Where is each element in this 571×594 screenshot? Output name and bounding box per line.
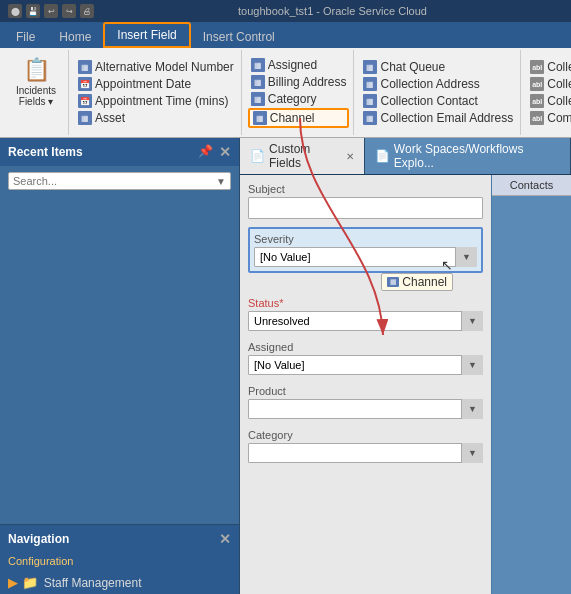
app-icon: ⬤ [8,4,22,18]
contacts-panel: Contacts [491,175,571,594]
field-assigned[interactable]: ▦ Assigned [248,57,350,73]
custom-fields-tab-icon: 📄 [250,149,265,163]
cal-icon: 📅 [78,77,92,91]
drop-indicator-icon: ▦ [387,277,399,287]
abl-icon-3: abl [530,94,544,108]
status-select-wrapper: Unresolved ▼ [248,311,483,331]
nav-item-staff[interactable]: ▶ 📁 Staff Management [0,571,239,594]
field-collection-1[interactable]: abl Collection [527,59,571,75]
field-appt-time[interactable]: 📅 Appointment Time (mins) [75,93,237,109]
field-asset[interactable]: ▦ Asset [75,110,237,126]
field-collection-email[interactable]: ▦ Collection Email Address [360,110,516,126]
print-icon[interactable]: 🖨 [80,4,94,18]
cal-icon-2: 📅 [78,94,92,108]
field-collection-2[interactable]: abl Collection [527,76,571,92]
recent-items-header: Recent Items 📌 ✕ [0,138,239,166]
fields-right-section: ▦ Chat Queue ▦ Collection Address ▦ Coll… [356,50,521,135]
nav-item-label: Staff Management [44,576,142,590]
title-bar-icons: ⬤ 💾 ↩ ↪ 🖨 [8,4,94,18]
product-label: Product [248,385,483,397]
search-box[interactable]: ▼ [8,172,231,190]
field-alt-model[interactable]: ▦ Alternative Model Number [75,59,237,75]
redo-icon[interactable]: ↪ [62,4,76,18]
incidents-section: 📋 IncidentsFields ▾ [4,50,69,135]
tab-custom-fields[interactable]: 📄 Custom Fields ✕ [240,138,365,174]
grid-icon: ▦ [78,60,92,74]
status-label: Status* [248,297,483,309]
form-area: Subject Severity [No Value] ▼ [240,175,571,594]
ribbon-tabs: File Home Insert Field Insert Control [0,22,571,48]
tab-home[interactable]: Home [47,26,103,48]
incidents-label: IncidentsFields ▾ [16,85,56,107]
field-billing[interactable]: ▦ Billing Address [248,74,350,90]
abl-icon-2: abl [530,77,544,91]
field-chat-queue[interactable]: ▦ Chat Queue [360,59,516,75]
abl-icon-1: abl [530,60,544,74]
save-icon[interactable]: 💾 [26,4,40,18]
field-category[interactable]: ▦ Category [248,91,350,107]
fields-extra-section: abl Collection abl Collection abl Collec… [523,50,571,135]
contacts-tab[interactable]: Contacts [492,175,571,196]
category-dropdown-icon: ▼ [461,443,483,463]
incidents-button[interactable]: 📋 IncidentsFields ▾ [8,52,64,112]
tab-insert-control[interactable]: Insert Control [191,26,287,48]
subject-field: Subject [248,183,483,219]
severity-wrapper: Severity [No Value] ▼ ↖ [248,227,483,273]
search-dropdown-icon[interactable]: ▼ [216,176,226,187]
fields-left-section: ▦ Alternative Model Number 📅 Appointment… [71,50,242,135]
custom-fields-close[interactable]: ✕ [346,151,354,162]
grid-icon-5: ▦ [251,92,265,106]
left-panel: Recent Items 📌 ✕ ▼ Navigation ✕ Configur… [0,138,240,594]
cursor-indicator: ↖ [441,257,453,273]
navigation-section: Navigation ✕ Configuration ▶ 📁 Staff Man… [0,524,239,594]
pin-icon[interactable]: 📌 [198,144,213,160]
abl-icon-4: abl [530,111,544,125]
field-collection-addr[interactable]: ▦ Collection Address [360,76,516,92]
custom-fields-tab-label: Custom Fields [269,142,342,170]
category-select-wrapper: ▼ [248,443,483,463]
assigned-dropdown-icon: ▼ [461,355,483,375]
status-select[interactable]: Unresolved [248,311,483,331]
grid-icon-2: ▦ [78,111,92,125]
search-input[interactable] [13,175,216,187]
fields-middle-section: ▦ Assigned ▦ Billing Address ▦ Category … [244,50,355,135]
workspaces-tab-icon: 📄 [375,149,390,163]
title-bar: ⬤ 💾 ↩ ↪ 🖨 toughbook_tst1 - Oracle Servic… [0,0,571,22]
grid-icon-4: ▦ [251,75,265,89]
status-dropdown-icon: ▼ [461,311,483,331]
form-main: Subject Severity [No Value] ▼ [240,175,491,594]
tab-workspaces[interactable]: 📄 Work Spaces/Workflows Explo... [365,138,571,174]
doc-tabs: 📄 Custom Fields ✕ 📄 Work Spaces/Workflow… [240,138,571,175]
workspaces-tab-label: Work Spaces/Workflows Explo... [394,142,560,170]
field-commbox[interactable]: abl Commbox C [527,110,571,126]
assigned-select[interactable]: [No Value] [248,355,483,375]
ribbon-toolbar: 📋 IncidentsFields ▾ ▦ Alternative Model … [0,48,571,138]
nav-header: Navigation ✕ [0,525,239,553]
subject-input[interactable] [248,197,483,219]
right-content: 📄 Custom Fields ✕ 📄 Work Spaces/Workflow… [240,138,571,594]
grid-icon-10: ▦ [363,111,377,125]
grid-icon-6: ▦ [253,111,267,125]
product-select-wrapper: ▼ [248,399,483,419]
close-nav-button[interactable]: ✕ [219,531,231,547]
severity-container: Severity [No Value] ▼ ↖ [248,227,483,273]
product-field: Product ▼ [248,385,483,419]
tab-file[interactable]: File [4,26,47,48]
drop-indicator: ▦ Channel [381,273,453,291]
assigned-field: Assigned [No Value] ▼ [248,341,483,375]
field-channel[interactable]: ▦ Channel [248,108,350,128]
field-appt-date[interactable]: 📅 Appointment Date [75,76,237,92]
category-select[interactable] [248,443,483,463]
status-field: Status* Unresolved ▼ [248,297,483,331]
close-panel-button[interactable]: ✕ [219,144,231,160]
nav-subheader: Configuration [0,553,239,571]
incidents-icon: 📋 [23,57,50,83]
undo-icon[interactable]: ↩ [44,4,58,18]
severity-label: Severity [254,233,477,245]
field-collection-contact[interactable]: ▦ Collection Contact [360,93,516,109]
field-collection-p[interactable]: abl Collection P [527,93,571,109]
tab-insert-field[interactable]: Insert Field [103,22,190,48]
product-select[interactable] [248,399,483,419]
grid-icon-7: ▦ [363,60,377,74]
subject-label: Subject [248,183,483,195]
